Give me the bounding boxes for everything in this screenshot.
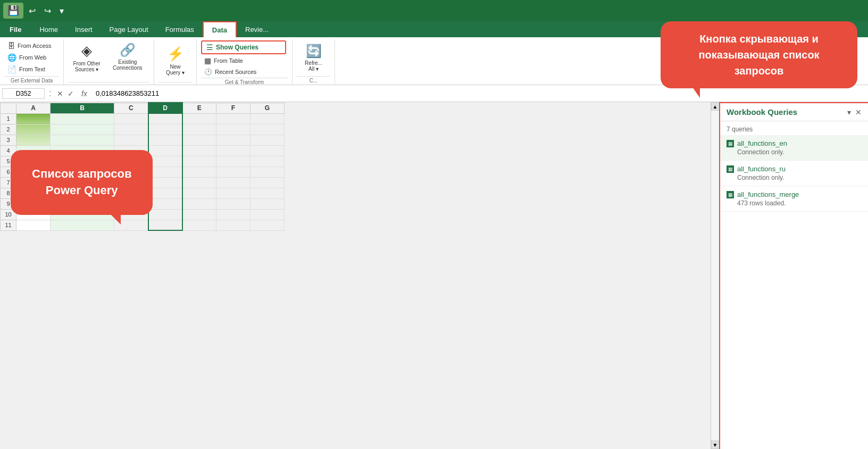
customize-qat-button[interactable]: ▾	[56, 4, 67, 18]
cell-f2[interactable]	[216, 124, 251, 135]
cell-b3[interactable]	[51, 135, 114, 145]
cell-c4[interactable]	[114, 145, 148, 156]
cell-c2[interactable]	[114, 124, 148, 135]
cell-d4[interactable]	[148, 145, 182, 156]
cell-g11[interactable]	[251, 220, 285, 230]
tab-review[interactable]: Revie...	[237, 21, 277, 37]
from-access-button[interactable]: 🗄 From Access	[4, 40, 55, 51]
tab-page-layout[interactable]: Page Layout	[101, 21, 157, 37]
cell-e5[interactable]	[182, 156, 216, 167]
recent-sources-button[interactable]: 🕐 Recent Sources	[201, 67, 260, 77]
vertical-scrollbar[interactable]: ▲ ▼	[711, 102, 719, 449]
from-text-button[interactable]: 📄 From Text	[4, 64, 48, 74]
cell-f1[interactable]	[216, 113, 251, 124]
col-header-a[interactable]: A	[16, 103, 51, 113]
queries-panel-close-button[interactable]: ✕	[855, 108, 862, 117]
cancel-formula-button[interactable]: ✕	[56, 88, 64, 99]
cell-d3[interactable]	[148, 135, 182, 145]
cell-g8[interactable]	[251, 188, 285, 198]
cell-f3[interactable]	[216, 135, 251, 145]
save-icon[interactable]: 💾	[3, 3, 23, 19]
cell-b2[interactable]	[51, 124, 114, 135]
cell-a5[interactable]	[16, 156, 51, 167]
cell-f11[interactable]	[216, 220, 251, 230]
cell-e10[interactable]	[182, 209, 216, 220]
cell-g4[interactable]	[251, 145, 285, 156]
undo-button[interactable]: ↩	[26, 4, 39, 18]
cell-g9[interactable]	[251, 198, 285, 209]
cell-c7[interactable]	[114, 177, 148, 188]
cell-f7[interactable]	[216, 177, 251, 188]
cell-g3[interactable]	[251, 135, 285, 145]
cell-a4[interactable]	[16, 145, 51, 156]
cell-g6[interactable]	[251, 167, 285, 177]
cell-d9[interactable]	[148, 198, 182, 209]
cell-c1[interactable]	[114, 113, 148, 124]
col-header-b[interactable]: B	[51, 103, 114, 113]
cell-f9[interactable]	[216, 198, 251, 209]
cell-f5[interactable]	[216, 156, 251, 167]
cell-b7[interactable]	[51, 177, 114, 188]
cell-e8[interactable]	[182, 188, 216, 198]
confirm-formula-button[interactable]: ✓	[66, 88, 75, 99]
cell-e1[interactable]	[182, 113, 216, 124]
query-item[interactable]: ▦ all_functions_merge 473 rows loaded.	[720, 186, 868, 212]
cell-d5[interactable]	[148, 156, 182, 167]
from-other-sources-button[interactable]: ◈ From OtherSources ▾	[68, 40, 105, 74]
existing-connections-button[interactable]: 🔗 ExistingConnections	[110, 40, 146, 73]
cell-d6[interactable]	[148, 167, 182, 177]
tab-file[interactable]: File	[0, 21, 31, 37]
query-item[interactable]: ▦ all_functions_en Connection only.	[720, 135, 868, 161]
cell-a8[interactable]	[16, 188, 51, 198]
cell-c9[interactable]	[114, 198, 148, 209]
cell-c3[interactable]	[114, 135, 148, 145]
tab-home[interactable]: Home	[31, 21, 66, 37]
formula-input[interactable]	[94, 88, 866, 98]
from-table-button[interactable]: ▦ From Table	[201, 55, 246, 66]
cell-reference-box[interactable]: D352	[2, 88, 45, 99]
cell-b6[interactable]	[51, 167, 114, 177]
col-header-e[interactable]: E	[182, 103, 216, 113]
cell-a6[interactable]	[16, 167, 51, 177]
cell-b4[interactable]	[51, 145, 114, 156]
cell-c10[interactable]	[114, 209, 148, 220]
cell-a7[interactable]	[16, 177, 51, 188]
cell-e9[interactable]	[182, 198, 216, 209]
cell-c8[interactable]	[114, 188, 148, 198]
from-web-button[interactable]: 🌐 From Web	[4, 52, 49, 63]
refresh-all-button[interactable]: 🔄 Refre...All ▾	[301, 41, 327, 74]
tab-data[interactable]: Data	[203, 21, 237, 37]
cell-e6[interactable]	[182, 167, 216, 177]
tab-formulas[interactable]: Formulas	[157, 21, 203, 37]
cell-d7[interactable]	[148, 177, 182, 188]
col-header-c[interactable]: C	[114, 103, 148, 113]
cell-b8[interactable]	[51, 188, 114, 198]
cell-g1[interactable]	[251, 113, 285, 124]
col-header-f[interactable]: F	[216, 103, 251, 113]
cell-c6[interactable]	[114, 167, 148, 177]
tab-insert[interactable]: Insert	[66, 21, 101, 37]
scroll-up-button[interactable]: ▲	[711, 102, 720, 111]
cell-a2[interactable]	[16, 124, 51, 135]
cell-b9[interactable]	[51, 198, 114, 209]
col-header-d[interactable]: D	[148, 103, 182, 113]
scroll-down-button[interactable]: ▼	[711, 440, 720, 449]
cell-e2[interactable]	[182, 124, 216, 135]
cell-g5[interactable]	[251, 156, 285, 167]
cell-b11[interactable]	[51, 220, 114, 230]
cell-d2[interactable]	[148, 124, 182, 135]
queries-panel-dropdown-button[interactable]: ▾	[847, 108, 851, 117]
cell-e4[interactable]	[182, 145, 216, 156]
scroll-track[interactable]	[711, 111, 720, 440]
col-header-g[interactable]: G	[251, 103, 285, 113]
cell-b1[interactable]	[51, 113, 114, 124]
cell-g10[interactable]	[251, 209, 285, 220]
query-item[interactable]: ▦ all_functions_ru Connection only.	[720, 161, 868, 186]
cell-e3[interactable]	[182, 135, 216, 145]
cell-c11[interactable]	[114, 220, 148, 230]
cell-g2[interactable]	[251, 124, 285, 135]
cell-f8[interactable]	[216, 188, 251, 198]
cell-a9[interactable]	[16, 198, 51, 209]
cell-f10[interactable]	[216, 209, 251, 220]
cell-d10[interactable]	[148, 209, 182, 220]
